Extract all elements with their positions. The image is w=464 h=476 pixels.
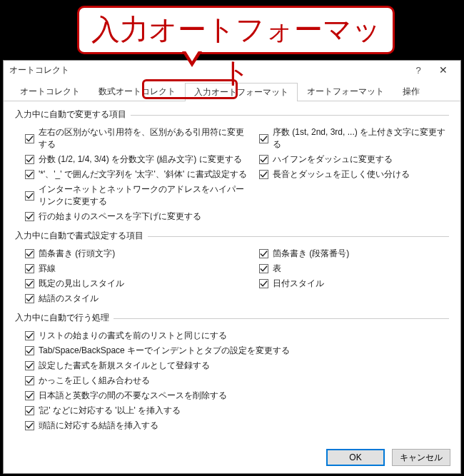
callout-tail [182, 51, 202, 67]
g1-left-2[interactable]: '*'、'_' で囲んだ文字列を '太字'、'斜体' に書式設定する [15, 167, 249, 182]
checkbox-label: 行の始まりのスペースを字下げに変更する [39, 211, 201, 223]
checkbox[interactable] [259, 249, 268, 258]
checkbox-label: 頭語に対応する結語を挿入する [39, 420, 158, 432]
g1-right-1[interactable]: ハイフンをダッシュに変更する [249, 152, 449, 167]
g2-left-3[interactable]: 結語のスタイル [15, 291, 249, 306]
checkbox-label: インターネットとネットワークのアドレスをハイパーリンクに変更する [39, 183, 249, 208]
group-title: 入力中に自動で変更する項目 [15, 108, 449, 121]
tab-actions[interactable]: 操作 [393, 82, 429, 101]
button-bar: OK キャンセル [4, 442, 460, 473]
checkbox-label: 長音とダッシュを正しく使い分ける [273, 168, 410, 181]
checkbox-label: ハイフンをダッシュに変更する [273, 153, 393, 166]
checkbox[interactable] [259, 155, 268, 164]
g2-left-0[interactable]: 箇条書き (行頭文字) [15, 246, 249, 261]
checkbox[interactable] [25, 279, 34, 288]
g3-item-5[interactable]: '記' などに対応する '以上' を挿入する [15, 403, 449, 418]
cancel-button[interactable]: キャンセル [392, 449, 450, 466]
group-auto-as-type: 入力中に自動で行う処理 リストの始まりの書式を前のリストと同じにするTab/Sp… [15, 312, 449, 433]
group-replace-as-type: 入力中に自動で変更する項目 左右の区別がない引用符を、区別がある引用符に変更する… [15, 108, 449, 224]
checkbox[interactable] [25, 391, 34, 400]
tab-autocorrect[interactable]: オートコレクト [11, 82, 89, 101]
g3-item-2[interactable]: 設定した書式を新規スタイルとして登録する [15, 358, 449, 373]
close-button[interactable]: ✕ [429, 61, 458, 79]
checkbox[interactable] [259, 279, 268, 288]
checkbox[interactable] [25, 421, 34, 430]
checkbox-label: 分数 (1/2, 1/4, 3/4) を分数文字 (組み文字) に変更する [39, 153, 242, 166]
g3-item-3[interactable]: かっこを正しく組み合わせる [15, 373, 449, 388]
checkbox-label: リストの始まりの書式を前のリストと同じにする [39, 330, 227, 342]
checkbox-label: '*'、'_' で囲んだ文字列を '太字'、'斜体' に書式設定する [39, 168, 247, 181]
checkbox-label: 結語のスタイル [39, 293, 99, 305]
g1-right-2[interactable]: 長音とダッシュを正しく使い分ける [249, 167, 449, 182]
checkbox[interactable] [25, 264, 34, 273]
checkbox[interactable] [25, 406, 34, 415]
autocorrect-dialog: オートコレクト ? ✕ オートコレクト 数式オートコレクト 入力オートフォーマッ… [3, 60, 461, 474]
checkbox[interactable] [25, 155, 34, 164]
checkbox-label: 罫線 [39, 263, 56, 275]
checkbox[interactable] [25, 212, 34, 221]
g3-item-0[interactable]: リストの始まりの書式を前のリストと同じにする [15, 328, 449, 343]
checkbox[interactable] [25, 376, 34, 385]
group-title: 入力中に自動で書式設定する項目 [15, 230, 449, 242]
checkbox[interactable] [25, 134, 34, 143]
group-title: 入力中に自動で行う処理 [15, 312, 449, 324]
dialog-content: 入力中に自動で変更する項目 左右の区別がない引用符を、区別がある引用符に変更する… [4, 101, 460, 442]
checkbox-label: 既定の見出しスタイル [39, 278, 124, 290]
checkbox-label: 序数 (1st, 2nd, 3rd, ...) を上付き文字に変更する [273, 126, 449, 151]
callout-banner: 入力オートフォーマット [77, 6, 395, 54]
checkbox-label: 左右の区別がない引用符を、区別がある引用符に変更する [39, 126, 249, 151]
tab-autoformat[interactable]: オートフォーマット [298, 82, 393, 101]
checkbox[interactable] [25, 294, 34, 303]
group-apply-as-type: 入力中に自動で書式設定する項目 箇条書き (行頭文字)罫線既定の見出しスタイル結… [15, 230, 449, 306]
g2-right-0[interactable]: 箇条書き (段落番号) [249, 246, 449, 261]
checkbox-label: 表 [273, 263, 281, 275]
checkbox[interactable] [25, 361, 34, 370]
checkbox-label: Tab/Space/BackSpace キーでインデントとタブの設定を変更する [39, 345, 290, 357]
checkbox-label: 設定した書式を新規スタイルとして登録する [39, 360, 210, 372]
g1-left-1[interactable]: 分数 (1/2, 1/4, 3/4) を分数文字 (組み文字) に変更する [15, 152, 249, 167]
checkbox[interactable] [25, 249, 34, 258]
g3-item-1[interactable]: Tab/Space/BackSpace キーでインデントとタブの設定を変更する [15, 343, 449, 358]
checkbox-label: 日本語と英数字の間の不要なスペースを削除する [39, 390, 227, 402]
g2-right-1[interactable]: 表 [249, 261, 449, 276]
checkbox-label: かっこを正しく組み合わせる [39, 375, 150, 387]
checkbox-label: 日付スタイル [273, 278, 324, 290]
checkbox[interactable] [259, 170, 268, 179]
checkbox-label: 箇条書き (段落番号) [273, 248, 349, 260]
checkbox[interactable] [25, 331, 34, 340]
g2-right-2[interactable]: 日付スタイル [249, 276, 449, 291]
g1-left-3[interactable]: インターネットとネットワークのアドレスをハイパーリンクに変更する [15, 182, 249, 209]
checkbox[interactable] [25, 170, 34, 179]
g2-left-2[interactable]: 既定の見出しスタイル [15, 276, 249, 291]
g2-left-1[interactable]: 罫線 [15, 261, 249, 276]
g3-item-6[interactable]: 頭語に対応する結語を挿入する [15, 418, 449, 433]
g1-left-0[interactable]: 左右の区別がない引用符を、区別がある引用符に変更する [15, 125, 249, 152]
checkbox[interactable] [25, 191, 34, 201]
checkbox[interactable] [25, 346, 34, 355]
help-button[interactable]: ? [408, 65, 429, 76]
g1-right-0[interactable]: 序数 (1st, 2nd, 3rd, ...) を上付き文字に変更する [249, 125, 449, 152]
tab-math-autocorrect[interactable]: 数式オートコレクト [89, 82, 185, 101]
checkbox[interactable] [259, 264, 268, 273]
dialog-title: オートコレクト [9, 64, 69, 76]
g1-left-4[interactable]: 行の始まりのスペースを字下げに変更する [15, 209, 249, 224]
checkbox-label: '記' などに対応する '以上' を挿入する [39, 405, 181, 417]
ok-button[interactable]: OK [326, 449, 385, 466]
checkbox[interactable] [259, 134, 268, 143]
g3-item-4[interactable]: 日本語と英数字の間の不要なスペースを削除する [15, 388, 449, 403]
checkbox-label: 箇条書き (行頭文字) [39, 248, 115, 260]
